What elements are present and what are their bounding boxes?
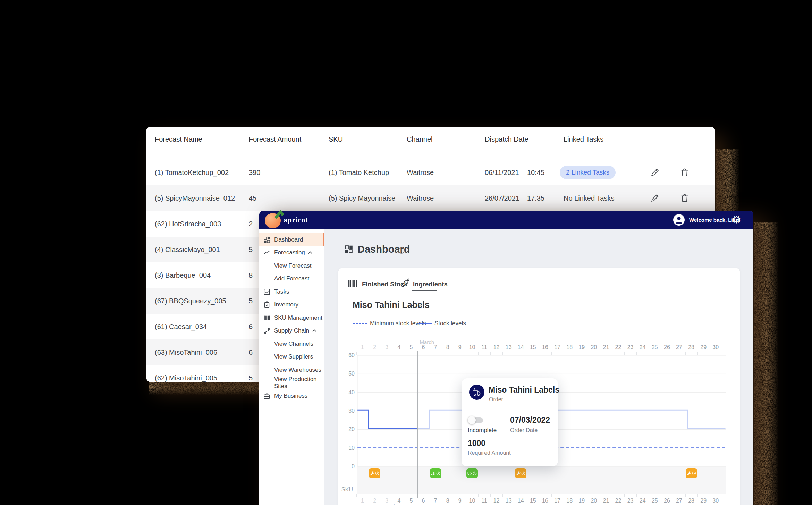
column-header-linked-tasks: Linked Tasks: [564, 135, 603, 143]
cell-forecast-amount: 2: [249, 211, 253, 237]
truck-icon: [467, 471, 472, 475]
gear-icon[interactable]: ⚙: [732, 213, 741, 226]
sidebar-item-label: Add Forecast: [274, 275, 309, 282]
cell-forecast-name: (62) HotSriracha_003: [155, 211, 221, 237]
cell-forecast-name: (4) ClassicMayo_001: [155, 237, 220, 262]
barcode-icon: [263, 314, 270, 321]
cell-forecast-name: (67) BBQSqueezy_005: [155, 288, 226, 314]
edit-icon[interactable]: [650, 168, 660, 177]
cell-sku: (5) Spicy Mayonnaise: [329, 185, 395, 211]
sidebar-item-forecasting[interactable]: Forecasting: [259, 246, 324, 260]
order-date-value: 07/03/2022: [510, 415, 550, 425]
sidebar-item-label: View Channels: [274, 340, 313, 347]
event-badge[interactable]: [515, 468, 526, 478]
table-row: (5) SpicyMayonnaise_012 45 (5) Spicy May…: [146, 185, 715, 211]
tab-ingredients[interactable]: Ingredients: [413, 280, 448, 288]
edit-icon[interactable]: [650, 193, 660, 203]
sidebar-item-view-forecast[interactable]: View Forecast: [259, 259, 324, 272]
toggle-knob: [468, 416, 476, 424]
cell-forecast-amount: 8: [249, 262, 253, 288]
event-badge[interactable]: [686, 468, 697, 478]
toggle-label: Incomplete: [468, 427, 497, 434]
order-date-label: Order Date: [510, 427, 538, 434]
sidebar-item-view-channels[interactable]: View Channels: [259, 337, 324, 351]
y-axis-label: 10: [338, 445, 355, 451]
sidebar-item-label: View Forecast: [274, 262, 311, 269]
legend-dash-swatch: [353, 323, 367, 324]
delete-icon[interactable]: [680, 193, 690, 203]
apricot-app-window: apricot Welcome back, Liam ⚙ Dashboard F…: [259, 211, 753, 505]
cell-forecast-amount: 6: [249, 314, 253, 339]
cell-channel: Waitrose: [407, 185, 434, 211]
sidebar-item-inventory[interactable]: Inventory: [259, 298, 324, 312]
y-axis-label: 40: [338, 389, 355, 396]
sidebar-item-label: Forecasting: [274, 249, 305, 256]
barcode-icon: [348, 279, 358, 288]
route-icon: [263, 327, 270, 334]
main-content: Dashboard Finished Stock Ingredients Mis…: [324, 229, 753, 505]
cell-dispatch-time: 17:35: [527, 185, 544, 211]
dashboard-grid-icon: [263, 236, 270, 243]
cell-forecast-name: (1) TomatoKetchup_002: [155, 160, 229, 185]
person-icon: [673, 214, 685, 226]
sidebar-item-dashboard[interactable]: Dashboard: [259, 233, 324, 246]
sidebar-item-label: View Suppliers: [274, 353, 313, 360]
tooltip-subtitle: Order: [489, 396, 503, 403]
active-tab-underline: [412, 290, 437, 291]
cell-forecast-amount: 5: [249, 288, 253, 314]
table-row: (1) TomatoKetchup_002 390 (1) Tomato Ket…: [146, 160, 715, 185]
event-badge[interactable]: [369, 468, 380, 478]
briefcase-icon: [263, 393, 270, 399]
sidebar-item-add-forecast[interactable]: Add Forecast: [259, 272, 324, 286]
cell-forecast-name: (61) Caesar_034: [155, 314, 207, 339]
y-axis-label: 0: [338, 463, 355, 470]
cell-forecast-amount: 5: [249, 237, 253, 262]
info-icon[interactable]: [398, 247, 405, 254]
tooltip-title: Miso Tahini Labels: [489, 385, 559, 395]
brand-logo-text: apricot: [284, 216, 308, 225]
cell-forecast-amount: 5: [249, 365, 253, 382]
cell-dispatch-date: 26/07/2021: [485, 185, 519, 211]
sidebar-item-sku-management[interactable]: SKU Management: [259, 311, 324, 325]
event-badge[interactable]: [430, 468, 441, 478]
cell-sku: (1) Tomato Ketchup: [329, 160, 389, 185]
cell-forecast-name: (62) MisoTahini_005: [155, 365, 217, 382]
column-header-forecast-amount: Forecast Amount: [249, 135, 301, 143]
chevron-up-icon: [312, 329, 316, 332]
avatar[interactable]: [673, 214, 685, 226]
noise-artifact: [149, 382, 259, 395]
cell-forecast-name: (5) SpicyMayonnaise_012: [155, 185, 235, 211]
cell-forecast-name: (63) MisoTahini_006: [155, 339, 217, 365]
sidebar-item-supply-chain[interactable]: Supply Chain: [259, 325, 324, 338]
legend-label-stock-levels: Stock levels: [434, 320, 466, 327]
delete-icon[interactable]: [680, 168, 690, 177]
ingredient-selector[interactable]: Miso Tahini Labels: [353, 300, 430, 310]
clipboard-icon: [263, 301, 270, 308]
event-badge[interactable]: [466, 468, 478, 478]
sidebar-item-tasks[interactable]: Tasks: [259, 285, 324, 298]
sidebar-item-my-business[interactable]: My Business: [259, 389, 324, 403]
sku-axis-label: SKU: [338, 487, 353, 493]
linked-tasks-pill[interactable]: 2 Linked Tasks: [560, 166, 616, 179]
sidebar-item-label: SKU Management: [274, 314, 322, 321]
sidebar-item-view-warehouses[interactable]: View Warehouses: [259, 363, 324, 377]
sidebar-item-label: Dashboard: [274, 236, 303, 243]
order-truck-icon: [469, 385, 484, 400]
chevron-down-icon[interactable]: [408, 304, 414, 308]
column-header-dispatch-date: Dispatch Date: [485, 135, 528, 143]
sidebar-item-view-production-sites[interactable]: View Production Sites: [259, 377, 324, 390]
wrench-icon: [687, 471, 691, 475]
y-axis-label: 60: [338, 352, 355, 359]
incomplete-toggle[interactable]: [468, 417, 483, 423]
cell-dispatch-date: 06/11/2021: [485, 160, 519, 185]
clock-icon: [473, 471, 477, 475]
sidebar-item-view-suppliers[interactable]: View Suppliers: [259, 351, 324, 364]
required-amount-label: Required Amount: [468, 450, 511, 456]
clock-icon: [375, 471, 379, 475]
cell-forecast-amount: 45: [249, 185, 256, 211]
sidebar: Dashboard Forecasting View Forecast Add …: [259, 229, 324, 505]
column-header-forecast-name: Forecast Name: [155, 135, 202, 143]
y-axis-label: 20: [338, 426, 355, 432]
header-divider: [146, 155, 715, 155]
cell-forecast-amount: 6: [249, 339, 253, 365]
